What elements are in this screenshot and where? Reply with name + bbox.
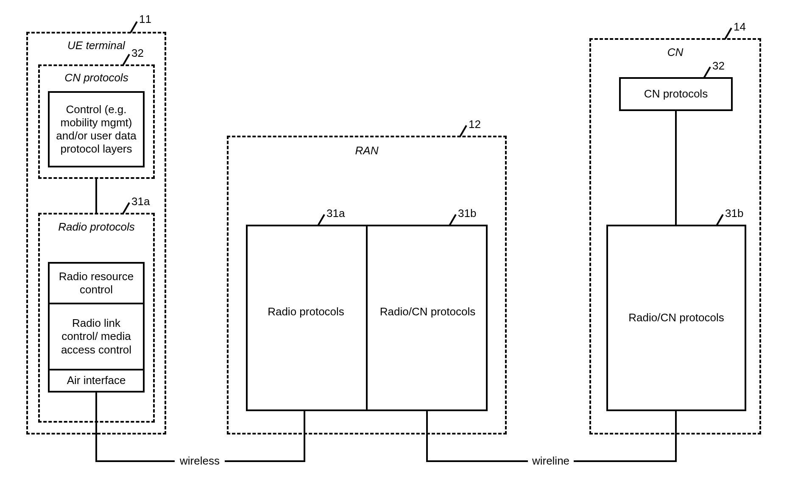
ue-cn-inner: Control (e.g. mobility mgmt) and/or user… xyxy=(48,91,145,167)
ue-rlc: Radio link control/ media access control xyxy=(48,303,145,370)
cn-internal-connector xyxy=(675,111,677,225)
ue-rrc: Radio resource control xyxy=(48,262,145,304)
ran-right-label: Radio/CN protocols xyxy=(368,305,488,318)
ref-tick xyxy=(130,21,137,33)
cn-bottom: Radio/CN protocols xyxy=(606,225,746,411)
cn-bottom-ref: 31b xyxy=(725,207,743,220)
ue-ref: 11 xyxy=(139,13,151,26)
cn-ref: 14 xyxy=(734,20,746,33)
ue-radio-title: Radio protocols xyxy=(38,220,155,234)
ue-air: Air interface xyxy=(48,369,145,393)
ue-rrc-text: Radio resource control xyxy=(59,270,134,296)
cn-title: CN xyxy=(589,46,761,59)
wireline-label: wireline xyxy=(528,454,574,468)
ue-air-text: Air interface xyxy=(67,374,126,387)
ue-cn-title: CN protocols xyxy=(38,71,155,84)
wireline-v1 xyxy=(426,411,428,462)
ran-title: RAN xyxy=(227,144,507,157)
ue-radio-ref: 31a xyxy=(131,195,150,208)
ref-tick xyxy=(724,28,732,39)
ran-left-label: Radio protocols xyxy=(246,305,366,318)
ue-title: UE terminal xyxy=(26,39,166,52)
diagram-stage: 11 UE terminal 32 CN protocols Control (… xyxy=(0,0,812,504)
wireless-v1 xyxy=(95,393,97,462)
ue-cn-inner-text: Control (e.g. mobility mgmt) and/or user… xyxy=(56,103,136,156)
ue-cn-ref: 32 xyxy=(131,47,144,60)
ue-rlc-text: Radio link control/ media access control xyxy=(61,317,131,356)
wireline-v2 xyxy=(675,411,677,462)
ref-tick xyxy=(459,125,467,137)
ran-right-ref: 31b xyxy=(458,207,476,220)
ue-internal-connector xyxy=(95,179,97,213)
ran-ref: 12 xyxy=(469,118,481,131)
cn-top: CN protocols xyxy=(619,77,733,111)
ran-left-ref: 31a xyxy=(326,207,345,220)
wireless-v2 xyxy=(304,411,305,462)
cn-top-ref: 32 xyxy=(712,59,725,72)
cn-top-label: CN protocols xyxy=(644,87,708,100)
cn-bottom-label: Radio/CN protocols xyxy=(628,311,724,324)
wireless-label: wireless xyxy=(175,454,225,468)
